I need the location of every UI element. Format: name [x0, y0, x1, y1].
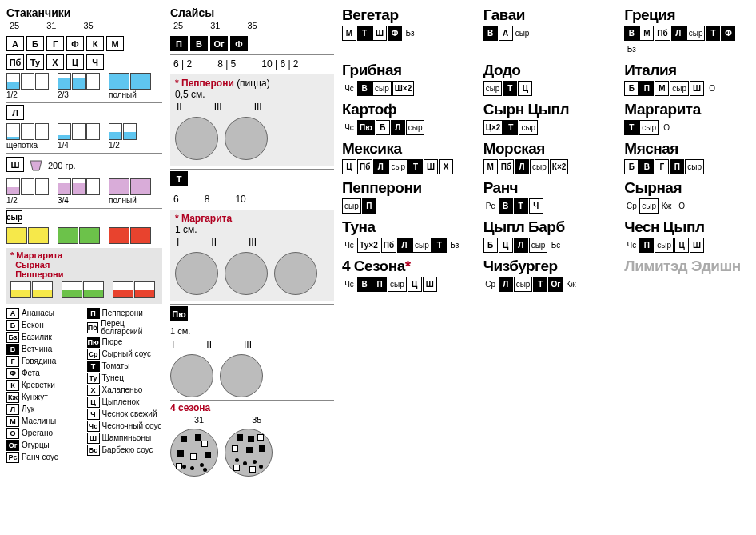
recipe-name: Пепперони — [342, 179, 468, 197]
ingredient-token: К×2 — [550, 159, 569, 174]
recipe: СырнаяСрсырКжО — [624, 179, 750, 214]
legend-label: Фета — [22, 369, 40, 377]
legend-label: Чеснок свежий — [102, 410, 157, 418]
ingredient-token: Б — [483, 238, 498, 253]
seasons-disc-icon — [225, 429, 273, 477]
ingredient-token: Л — [391, 120, 405, 135]
grams-label: 200 гр. — [48, 161, 76, 170]
ingredient-key: Ш — [6, 157, 24, 172]
cup-icon — [58, 178, 71, 195]
ingredient-token: Бс — [548, 238, 563, 253]
cup-icon — [123, 123, 137, 140]
ingredient-key: Х — [46, 54, 64, 70]
ingredient-token: сыр — [514, 26, 531, 41]
legend-key: Г — [6, 356, 19, 367]
cups-sizes: 253135 — [6, 19, 162, 32]
ingredient-key: Ч — [86, 54, 104, 70]
legend-key: А — [6, 308, 19, 319]
ingredient-token: Л — [671, 26, 686, 41]
legend: ААнанасыББеконБзБазиликВВетчинаГГовядина… — [6, 307, 162, 464]
ingredient-token: Т — [357, 26, 372, 41]
ingredient-token: Б — [624, 159, 639, 174]
legend-label: Халапеньо — [102, 386, 143, 394]
legend-label: Тунец — [102, 374, 124, 382]
cup-icon — [109, 178, 129, 195]
ingredient-key: Г — [46, 36, 64, 51]
ingredient-token: В — [357, 277, 372, 292]
ingredient-token: Л — [514, 238, 528, 253]
recipe: КартофЧсПюБЛсыр — [342, 101, 468, 135]
ingredient-token: Х — [439, 159, 453, 174]
legend-key: Ц — [87, 397, 100, 408]
ingredient-token: Г — [655, 159, 669, 174]
legend-key: Ту — [87, 373, 100, 384]
legend-key: М — [6, 416, 19, 427]
ingredient-token: А — [499, 26, 513, 41]
ingredient-token: Ср — [624, 198, 639, 214]
disc-icon — [225, 252, 268, 295]
ingredient-key: Л — [6, 105, 24, 120]
ingredient-token: В — [357, 81, 372, 96]
ingredient-token: П — [639, 81, 654, 96]
recipe-name: Додо — [483, 62, 609, 79]
cup-icon — [35, 178, 49, 195]
ingredient-token: Ш — [690, 81, 704, 96]
ingredient-token: Л — [515, 159, 529, 174]
ingredient-token: Бз — [624, 42, 639, 57]
cup-icon — [21, 123, 34, 140]
recipe-name: Мексика — [342, 140, 468, 158]
ingredient-token: Бз — [403, 26, 417, 41]
ingredient-token: П — [362, 198, 376, 214]
legend-key: Кж — [6, 392, 19, 403]
cup-icon — [134, 281, 155, 298]
ingredient-token: М — [483, 159, 498, 174]
ingredient-token: сыр — [529, 238, 548, 253]
ingredient-key: Ог — [210, 36, 228, 51]
ingredient-token: Л — [373, 159, 388, 174]
ingredient-token: сыр — [406, 120, 425, 135]
ingredient-token: сыр — [483, 81, 503, 96]
recipe: МексикаЦПбЛсырТШХ — [342, 140, 468, 174]
ingredient-key: сыр — [6, 210, 22, 224]
cup-icon — [21, 73, 34, 90]
legend-label: Сырный соус — [102, 350, 152, 358]
recipe: ПепперонисырП — [342, 179, 468, 214]
ingredient-token: сыр — [685, 159, 704, 174]
ingredient-key: К — [86, 36, 104, 51]
slices-title: Слайсы — [170, 6, 334, 19]
disc-icon — [175, 252, 218, 295]
example-box: * Маргарита Сырная Пепперони — [6, 248, 162, 304]
cup-label: полный — [109, 196, 152, 205]
legend-key: Пю — [87, 337, 100, 348]
legend-label: Шампиньоны — [102, 434, 152, 442]
ingredient-token: сыр — [530, 159, 549, 174]
recipe-name: Морская — [483, 140, 609, 158]
recipe: ДодосырТЦ — [483, 62, 609, 96]
ingredient-token: Б — [624, 81, 639, 96]
ingredient-token: В — [499, 198, 513, 214]
legend-label: Ветчина — [22, 345, 52, 353]
ingredient-token: сыр — [655, 238, 674, 253]
ingredient-token: Чс — [342, 238, 356, 253]
ingredient-token: сыр — [388, 277, 407, 292]
recipe: ТунаЧсТу×2ПбЛсырТБз — [342, 218, 468, 253]
cup-icon — [62, 281, 82, 298]
legend-label: Томаты — [102, 362, 130, 370]
ingredient-token: Рс — [483, 198, 498, 214]
legend-label: Кунжут — [22, 393, 48, 401]
ingredient-key: Ту — [26, 54, 44, 70]
cup-icon — [109, 227, 129, 244]
legend-label: Ранч соус — [22, 453, 58, 461]
ingredient-token: Т — [624, 120, 639, 135]
recipe-name: Гаваи — [483, 6, 609, 24]
legend-label: Креветки — [22, 381, 55, 389]
ingredient-token: Чс — [342, 81, 356, 96]
legend-key: Бз — [6, 332, 19, 343]
ingredient-token: Ч — [529, 198, 543, 214]
legend-key: Х — [87, 385, 100, 396]
recipe: ЧизбургерСрЛсырТОгКж — [483, 258, 609, 292]
ingredient-token: сыр — [412, 238, 432, 253]
cup-icon — [79, 227, 100, 244]
cup-trapezoid-icon — [29, 159, 43, 172]
ingredient-token: Чс — [342, 277, 356, 292]
